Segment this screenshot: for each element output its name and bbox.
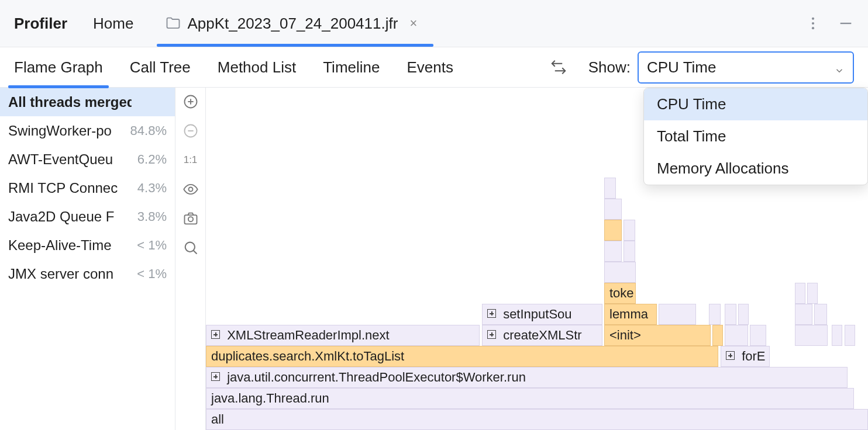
show-label: Show: [588,58,631,77]
dropdown-option[interactable]: Memory Allocations [644,152,867,185]
flame-frame[interactable]: lemma [604,304,657,325]
kebab-menu-icon[interactable] [805,15,821,32]
expand-icon [487,309,496,318]
flame-frame[interactable] [604,220,622,241]
svg-point-1 [812,22,814,25]
flame-frame[interactable] [795,283,805,304]
dropdown-option[interactable]: CPU Time [644,88,867,120]
show-dropdown-value: CPU Time [647,58,716,77]
expand-icon [211,372,220,381]
flame-frame[interactable] [709,304,721,325]
thread-list: All threads merged SwingWorker-po 84.8% … [0,88,175,430]
minimize-icon[interactable] [838,15,854,32]
flame-frame[interactable]: <init> [604,325,711,346]
flame-frame[interactable]: java.util.concurrent.ThreadPoolExecutor$… [206,367,848,388]
flame-frame[interactable] [738,304,749,325]
camera-icon[interactable] [182,210,199,227]
thread-row[interactable]: RMI TCP Connec 4.3% [0,174,175,202]
thread-pct: 3.8% [132,209,167,224]
thread-pct: 6.2% [132,152,167,167]
svg-point-12 [185,242,194,252]
frame-label: XMLStreamReaderImpl.next [227,328,390,342]
tab-timeline[interactable]: Timeline [323,47,380,88]
frame-label: setInputSou [503,307,571,321]
flame-frame[interactable] [624,220,635,241]
frame-label: createXMLStr [503,328,582,342]
zoom-out-icon[interactable] [182,123,199,139]
thread-name: RMI TCP Connec [8,180,132,196]
flame-frame[interactable] [624,241,635,262]
flame-frame[interactable]: forE [721,346,770,367]
home-link[interactable]: Home [93,15,133,33]
file-tab[interactable]: AppKt_2023_07_24_200411.jfr × [157,0,433,47]
flame-frame[interactable] [795,325,828,346]
dropdown-option[interactable]: Total Time [644,120,867,152]
thread-name: Java2D Queue F [8,209,132,225]
thread-row[interactable]: JMX server conn < 1% [0,259,175,288]
flame-frame[interactable]: java.lang.Thread.run [206,388,854,409]
thread-name: SwingWorker-po [8,123,130,139]
flame-frame[interactable] [725,325,748,346]
thread-name: JMX server conn [8,266,132,282]
zoom-in-icon[interactable] [182,93,199,110]
flame-frame[interactable]: XMLStreamReaderImpl.next [206,325,480,346]
thread-name: AWT-EventQueu [8,151,132,168]
flame-frame[interactable]: duplicates.search.XmlKt.toTagList [206,346,718,367]
flame-frame[interactable] [750,325,766,346]
flame-frame[interactable] [795,304,812,325]
svg-point-11 [188,217,192,221]
expand-icon [726,351,735,360]
frame-label: lemma [609,307,648,321]
flame-frame[interactable]: createXMLStr [482,325,602,346]
tab-call-tree[interactable]: Call Tree [130,47,191,88]
folder-icon [165,15,181,32]
frame-label: <init> [609,328,641,342]
thread-name: All threads merged [8,94,132,110]
thread-pct: 84.8% [130,123,167,138]
tool-column: 1:1 [175,88,206,430]
thread-row[interactable]: Keep-Alive-Time < 1% [0,231,175,259]
flame-frame[interactable]: toke [604,283,636,304]
flame-frame[interactable] [604,199,622,220]
panel-title: Profiler [14,15,67,33]
flame-frame[interactable] [807,283,818,304]
chevron-down-icon [834,62,845,72]
frame-label: java.lang.Thread.run [211,391,329,405]
close-icon[interactable]: × [409,16,417,31]
zoom-ratio-label[interactable]: 1:1 [182,152,199,168]
thread-name: Keep-Alive-Time [8,237,132,254]
thread-row[interactable]: All threads merged [0,88,175,116]
frame-label: toke [609,286,634,300]
tab-method-list[interactable]: Method List [218,47,296,88]
tab-flame-graph[interactable]: Flame Graph [14,47,103,88]
preview-icon[interactable] [182,181,199,197]
thread-pct: < 1% [132,266,167,282]
thread-row[interactable]: AWT-EventQueu 6.2% [0,145,175,174]
thread-row[interactable]: Java2D Queue F 3.8% [0,202,175,231]
thread-row[interactable]: SwingWorker-po 84.8% [0,116,175,145]
expand-icon [487,330,496,339]
flame-frame[interactable] [832,325,842,346]
flame-frame[interactable] [712,325,723,346]
svg-point-0 [812,18,814,20]
flame-frame[interactable] [604,241,622,262]
flame-frame[interactable]: all [206,409,868,430]
flame-frame[interactable]: setInputSou [482,304,602,325]
svg-point-2 [812,27,814,29]
show-dropdown[interactable]: CPU Time [638,51,854,84]
tab-events[interactable]: Events [407,47,453,88]
flame-frame[interactable] [845,325,855,346]
frame-label: java.util.concurrent.ThreadPoolExecutor$… [227,370,526,384]
flame-frame[interactable] [604,178,616,199]
flame-frame[interactable] [814,304,827,325]
header: Profiler Home AppKt_2023_07_24_200411.jf… [0,0,868,47]
flame-frame[interactable] [659,304,696,325]
swap-icon[interactable] [550,58,567,76]
frame-label: forE [742,349,765,363]
thread-pct: < 1% [132,238,167,253]
search-icon[interactable] [182,240,199,256]
svg-point-9 [188,188,192,192]
flame-frame[interactable] [725,304,736,325]
flame-frame[interactable] [604,262,636,283]
thread-pct: 4.3% [132,181,167,196]
